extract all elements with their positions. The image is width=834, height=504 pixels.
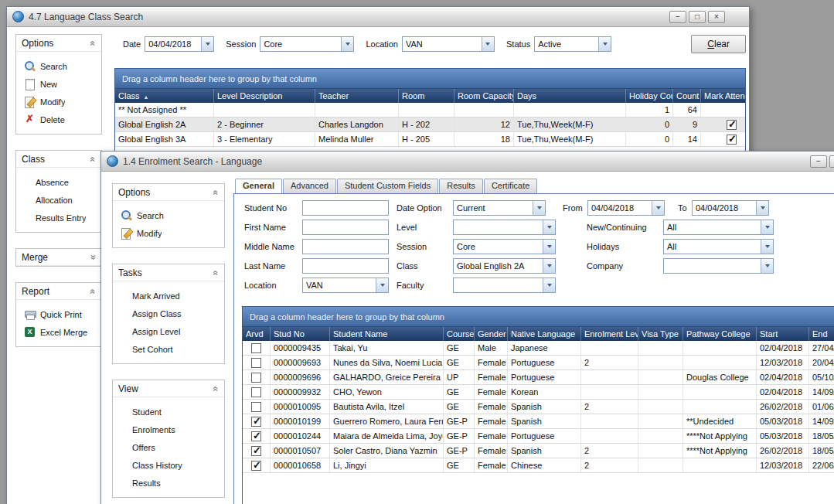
arrived-checkbox[interactable] (251, 387, 261, 397)
dropdown-arrow-icon[interactable] (533, 201, 545, 215)
table-row[interactable]: 0000009693 Nunes da Silva, Noemi Lucia G… (243, 356, 834, 370)
sidebar-item[interactable]: New (16, 75, 101, 93)
filter-combobox[interactable]: VAN (402, 36, 495, 52)
sidebar-item[interactable]: Delete (16, 111, 101, 128)
dropdown-arrow-icon[interactable] (543, 278, 555, 292)
column-header[interactable]: Student Name (330, 327, 444, 341)
sidebar-group-header[interactable]: Options (113, 184, 224, 201)
column-header[interactable]: Pathway College (683, 327, 757, 341)
dropdown-arrow-icon[interactable] (761, 240, 773, 254)
column-header[interactable]: Enrolment Level (581, 327, 638, 341)
date-option-combobox[interactable]: Current (453, 200, 546, 216)
sidebar-item[interactable]: Allocation (16, 191, 101, 209)
sidebar-item[interactable]: Class History (113, 456, 224, 474)
column-header[interactable]: Arvd (243, 327, 271, 341)
collapse-chevron-icon[interactable] (212, 189, 221, 195)
dropdown-arrow-icon[interactable] (761, 259, 773, 273)
sidebar-item[interactable]: Results (113, 474, 224, 492)
column-header[interactable]: Native Language (508, 327, 581, 341)
sidebar-group-header[interactable]: View (113, 380, 224, 397)
filter-combobox[interactable]: 04/04/2018 (145, 36, 214, 52)
maximize-button[interactable]: □ (829, 155, 834, 168)
table-row[interactable]: 0000010507 Soler Castro, Diana Yazmin GE… (243, 444, 834, 458)
sidebar-item[interactable]: Modify (16, 93, 101, 111)
column-header[interactable]: Days (514, 89, 626, 103)
company-combobox[interactable] (663, 258, 774, 274)
sidebar-item[interactable]: Mark Arrived (113, 287, 224, 305)
session-combobox[interactable]: Core (453, 239, 556, 254)
sidebar-item[interactable]: Student (113, 403, 224, 421)
dropdown-arrow-icon[interactable] (598, 37, 611, 51)
dropdown-arrow-icon[interactable] (652, 201, 664, 215)
column-header[interactable]: Class (115, 89, 214, 103)
class-combobox[interactable]: Global English 2A (453, 258, 556, 274)
column-header[interactable]: Level Description (214, 89, 315, 103)
tab[interactable]: Student Custom Fields (337, 179, 438, 193)
tab[interactable]: General (235, 179, 282, 193)
table-row[interactable]: Global English 2A 2 - Beginner Charles L… (115, 117, 745, 132)
column-header[interactable]: Course (444, 327, 475, 341)
tab[interactable]: Certificate (484, 179, 538, 193)
titlebar-enrolment-search[interactable]: 1.4 Enrolment Search - Language − □ × (101, 152, 834, 172)
column-header[interactable]: Mark Attendar (701, 89, 745, 103)
sidebar-item[interactable]: Excel Merge (16, 323, 101, 341)
table-row[interactable]: 0000009435 Takai, Yu GE Male Japanese 02… (243, 341, 834, 356)
table-row[interactable]: 0000010244 Maiara de Almeida Lima, Joyce… (243, 429, 834, 444)
collapse-chevron-icon[interactable] (89, 288, 98, 294)
dropdown-arrow-icon[interactable] (761, 220, 773, 234)
column-header[interactable]: Room (399, 89, 454, 103)
column-header[interactable]: Stud No (271, 327, 330, 341)
sidebar-group-header[interactable]: Report (16, 283, 101, 300)
dropdown-arrow-icon[interactable] (341, 37, 353, 51)
new-continuing-combobox[interactable]: All (663, 220, 774, 235)
column-header[interactable]: Start (757, 327, 809, 341)
collapse-chevron-icon[interactable] (89, 40, 98, 46)
titlebar-language-class-search[interactable]: 4.7 Language Class Search − □ × (7, 7, 749, 27)
middle-name-input[interactable] (302, 239, 389, 254)
column-header[interactable]: End (809, 327, 834, 341)
dropdown-arrow-icon[interactable] (201, 37, 213, 51)
arrived-checkbox[interactable] (251, 461, 261, 471)
first-name-input[interactable] (302, 220, 389, 235)
sidebar-group-header[interactable]: Class (16, 151, 101, 168)
table-row[interactable]: 0000009932 CHO, Yewon GE Female Korean 0… (243, 385, 834, 400)
filter-combobox[interactable]: Active (534, 36, 611, 52)
sidebar-item[interactable]: Absence (16, 173, 101, 191)
arrived-checkbox[interactable] (251, 402, 261, 412)
table-row[interactable]: 0000009696 GALHARDO, Greice Pereira UP F… (243, 370, 834, 385)
last-name-input[interactable] (302, 258, 389, 274)
table-row[interactable]: 0000010658 Li, Jingyi GE Female Chinese … (243, 458, 834, 473)
close-button[interactable]: × (708, 11, 725, 23)
tab[interactable]: Results (439, 179, 483, 193)
minimize-button[interactable]: − (669, 11, 686, 23)
column-header[interactable]: Room Capacity (454, 89, 514, 103)
arrived-checkbox[interactable] (251, 431, 261, 441)
sidebar-item[interactable]: Search (16, 57, 101, 75)
sidebar-item[interactable]: Offers (113, 438, 224, 456)
sidebar-group-header[interactable]: Merge (16, 249, 101, 266)
arrived-checkbox[interactable] (251, 417, 261, 427)
faculty-combobox[interactable] (453, 278, 556, 293)
clear-button[interactable]: Clear (691, 35, 746, 53)
arrived-checkbox[interactable] (251, 358, 261, 368)
dropdown-arrow-icon[interactable] (376, 278, 388, 292)
dropdown-arrow-icon[interactable] (482, 37, 494, 51)
column-header[interactable]: Gender (475, 327, 508, 341)
dropdown-arrow-icon[interactable] (543, 240, 555, 254)
table-row[interactable]: 0000010095 Bautista Avila, Itzel GE Fema… (243, 400, 834, 414)
column-header[interactable]: Teacher (315, 89, 399, 103)
collapse-chevron-icon[interactable] (89, 156, 98, 162)
sidebar-item[interactable]: Assign Level (113, 322, 224, 340)
column-header[interactable]: Count (673, 89, 701, 103)
mark-attendance-checkbox[interactable] (727, 120, 737, 130)
collapse-chevron-icon[interactable] (89, 254, 98, 260)
sidebar-group-header[interactable]: Tasks (113, 264, 224, 281)
mark-attendance-checkbox[interactable] (727, 135, 737, 145)
tab[interactable]: Advanced (283, 179, 336, 193)
location-combobox[interactable]: VAN (302, 278, 389, 293)
table-row[interactable]: ** Not Assigned ** 1 64 (115, 103, 745, 117)
sidebar-item[interactable]: Search (113, 206, 224, 224)
sidebar-item[interactable]: Quick Print (16, 305, 101, 323)
sidebar-item[interactable]: Modify (113, 224, 224, 242)
dropdown-arrow-icon[interactable] (543, 259, 555, 273)
